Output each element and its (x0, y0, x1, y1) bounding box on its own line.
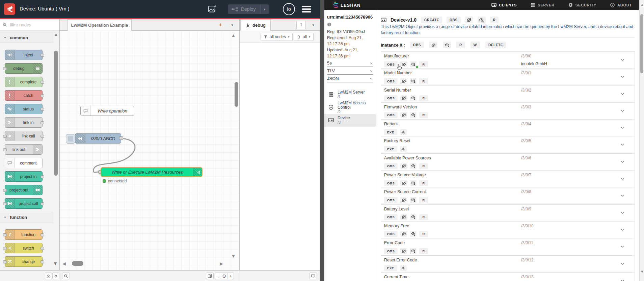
debug-caret-icon[interactable]: ▾ (309, 21, 317, 29)
chevron-down-icon[interactable] (620, 108, 625, 113)
palette-node-project-in[interactable]: project in (5, 171, 43, 182)
zoom-in-button[interactable]: + (227, 273, 234, 279)
eye-off-button[interactable] (400, 180, 407, 186)
r-button[interactable]: R (419, 248, 428, 254)
input-port[interactable] (3, 233, 7, 236)
minimap-button[interactable] (206, 273, 214, 279)
eye-x-button[interactable] (410, 112, 417, 118)
r-button[interactable]: R (419, 78, 428, 84)
output-port[interactable] (41, 94, 44, 97)
input-port[interactable] (3, 202, 7, 205)
delete-button[interactable]: DELETE (485, 42, 506, 48)
chevron-down-icon[interactable] (620, 159, 625, 164)
eye-off-button[interactable] (400, 214, 407, 220)
gear-button[interactable] (400, 146, 407, 152)
ai-image-icon[interactable] (208, 4, 217, 14)
exe-button[interactable]: EXE (384, 265, 397, 271)
chevron-down-icon[interactable] (620, 125, 625, 130)
eye-off-button[interactable] (429, 42, 437, 48)
r-button[interactable]: R (456, 42, 465, 48)
eye-off-button[interactable] (400, 112, 407, 118)
eye-off-button[interactable] (400, 78, 407, 84)
obs-button[interactable]: OBS (384, 180, 398, 186)
palette-scrollbar-thumb[interactable] (54, 51, 58, 176)
inject-trigger-button[interactable] (66, 134, 75, 144)
obs-button[interactable]: OBS (384, 163, 398, 169)
obs-button[interactable]: OBS (384, 231, 398, 237)
obs-button[interactable]: OBS (384, 248, 398, 254)
exe-button[interactable]: EXE (384, 146, 397, 152)
eye-off-button[interactable] (465, 17, 473, 23)
input-port[interactable] (3, 189, 7, 192)
eye-off-button[interactable] (400, 231, 407, 237)
eye-off-button[interactable] (400, 248, 407, 254)
create-button[interactable]: CREATE (421, 17, 442, 23)
hamburger-menu-icon[interactable] (302, 6, 311, 12)
chevron-down-icon[interactable] (620, 227, 625, 232)
input-port[interactable] (3, 67, 7, 70)
obs-button[interactable]: OBS (384, 197, 398, 203)
palette-scroll-down-icon[interactable]: ▼ (52, 261, 58, 266)
comment-node[interactable]: Write operation (80, 106, 134, 116)
r-button[interactable]: R (419, 61, 428, 67)
palette-node-complete[interactable]: complete (5, 77, 43, 87)
page-scrollbar-thumb[interactable] (640, 14, 643, 73)
tab-debug[interactable]: debug (240, 19, 271, 31)
flow-list-caret-icon[interactable]: ▾ (228, 21, 237, 29)
output-port[interactable] (41, 202, 44, 205)
palette-node-inject[interactable]: inject (5, 50, 43, 60)
palette-node-project-out[interactable]: project out (5, 185, 43, 195)
canvas-search-button[interactable] (62, 273, 70, 279)
select-5s[interactable]: 5s (327, 59, 373, 67)
input-port[interactable] (3, 135, 7, 138)
chevron-down-icon[interactable] (620, 193, 625, 198)
zoom-out-button[interactable]: − (215, 273, 221, 279)
debug-clear-button[interactable]: all ▾ (294, 33, 314, 41)
r-button[interactable]: R (419, 214, 428, 220)
eye-off-button[interactable] (400, 197, 407, 203)
palette-node-function[interactable]: ffunction (5, 229, 43, 240)
chevron-down-icon[interactable] (620, 142, 625, 147)
eye-off-button[interactable] (400, 95, 407, 101)
palette-node-comment[interactable]: comment (5, 158, 43, 168)
zoom-reset-button[interactable]: O (221, 273, 227, 279)
user-avatar[interactable]: fo (283, 3, 295, 15)
debug-info-button[interactable]: i (296, 21, 306, 29)
output-port[interactable] (41, 175, 44, 178)
gear-button[interactable] (400, 265, 407, 271)
select-json[interactable]: JSON (327, 75, 373, 82)
nav-security[interactable]: SECURITY (568, 3, 596, 7)
eye-x-button[interactable] (410, 214, 417, 220)
eye-x-button[interactable] (410, 248, 417, 254)
output-port[interactable] (41, 121, 44, 124)
nav-server[interactable]: SERVER (530, 3, 555, 7)
chevron-down-icon[interactable] (620, 57, 625, 62)
flow-canvas[interactable]: Write operation /3/0/0:ABCD Write or Exe… (60, 31, 240, 270)
eye-x-button[interactable] (478, 17, 486, 23)
chevron-down-icon[interactable] (620, 278, 625, 281)
palette-search[interactable] (0, 19, 59, 31)
palette-node-link-out[interactable]: link out (5, 144, 43, 155)
object-item-lwm2m-access-control[interactable]: LwM2M Access Control/2 (324, 101, 376, 114)
window-divider[interactable] (320, 0, 324, 281)
lwm2m-write-node[interactable]: Write or Execute LwM2M Resources (101, 167, 203, 177)
palette-node-status[interactable]: status (5, 104, 43, 114)
output-port[interactable] (41, 247, 44, 250)
canvas-scroll-right-icon[interactable]: ▶ (220, 261, 223, 266)
obs-button[interactable]: OBS (447, 17, 460, 23)
palette-scroll-up-icon[interactable]: ▲ (53, 32, 59, 37)
w-button[interactable]: W (471, 42, 480, 48)
nav-clients[interactable]: CLIENTS (491, 3, 517, 7)
canvas-vscrollbar-thumb[interactable] (235, 82, 238, 107)
scroll-up-icon[interactable]: ▲ (640, 3, 644, 7)
r-button[interactable]: R (419, 95, 428, 101)
input-port[interactable] (3, 148, 7, 151)
scroll-down-icon[interactable]: ▼ (640, 270, 644, 274)
r-button[interactable]: R (419, 180, 428, 186)
eye-x-button[interactable] (410, 163, 417, 169)
debug-popout-button[interactable] (309, 273, 317, 279)
output-port[interactable] (41, 233, 44, 236)
nav-about[interactable]: ABOUT (610, 3, 632, 7)
eye-x-button[interactable] (410, 180, 417, 186)
obs-button[interactable]: OBS (410, 42, 424, 48)
